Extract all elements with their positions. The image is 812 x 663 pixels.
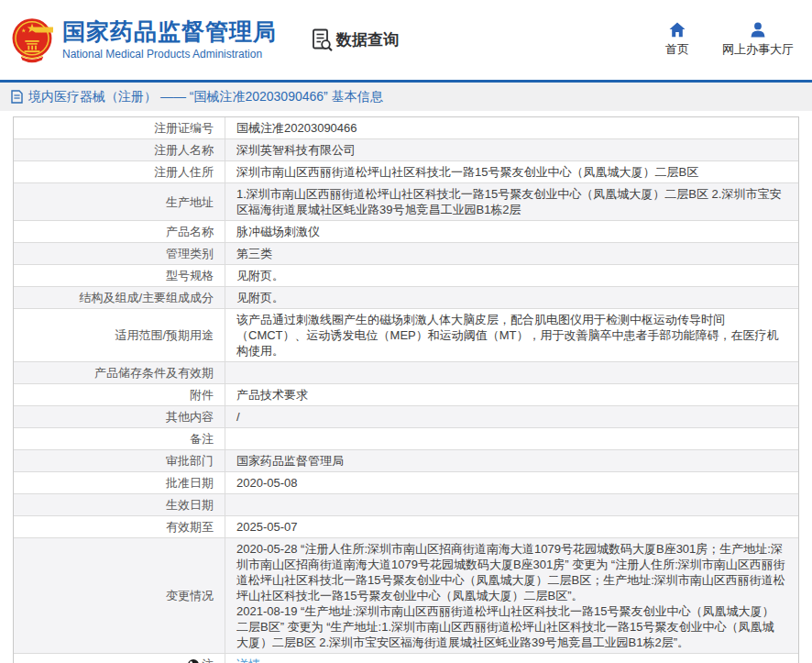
row-label-text: 生产地址	[166, 194, 214, 210]
table-row: 产品储存条件及有效期	[14, 361, 798, 383]
home-icon	[669, 22, 686, 38]
row-value	[225, 362, 798, 383]
row-value: 见附页。	[225, 287, 798, 308]
row-value: 深圳市南山区西丽街道松坪山社区科技北一路15号聚友创业中心（凤凰城大厦）二层B区	[225, 161, 798, 182]
data-query-label: 数据查询	[336, 29, 399, 50]
table-row: 有效期至2025-05-07	[14, 515, 798, 537]
nmpa-emblem-logo[interactable]	[11, 17, 53, 64]
nav-home-label: 首页	[665, 41, 689, 58]
person-icon	[750, 22, 766, 38]
row-value: 第三类	[225, 243, 798, 264]
row-value: 详情	[225, 654, 798, 663]
row-label-text: 附件	[190, 387, 214, 403]
row-value: 该产品通过刺激线圈产生的磁场刺激人体大脑皮层，配合肌电图仪用于检测中枢运动传导时…	[225, 309, 798, 361]
row-label-text: 批准日期	[166, 475, 214, 491]
row-label-text: 注册证编号	[154, 120, 214, 136]
row-value: 1.深圳市南山区西丽街道松坪山社区科技北一路15号聚友创业中心（凤凰城大厦）二层…	[225, 183, 798, 220]
row-label-text: 管理类别	[166, 246, 214, 261]
row-label-text: 产品储存条件及有效期	[94, 365, 214, 381]
row-label: 注册证编号	[14, 117, 225, 138]
breadcrumb: 境内医疗器械（注册） —— “国械注准20203090466” 基本信息	[11, 89, 383, 105]
row-label-text: 产品名称	[166, 224, 214, 239]
brand-block: 国家药品监督管理局 National Medical Products Admi…	[62, 19, 277, 61]
note-dot-icon	[188, 659, 199, 663]
row-label-text: 适用范围/预期用途	[115, 327, 214, 343]
breadcrumb-text: 境内医疗器械（注册） —— “国械注准20203090466” 基本信息	[28, 89, 383, 105]
row-value-paragraph: 2021-08-19 “生产地址:深圳市南山区西丽街道松坪山社区科技北一路15号…	[236, 603, 785, 650]
table-row: 管理类别第三类	[14, 242, 798, 264]
row-label-text: 备注	[190, 431, 214, 447]
row-value: 2020-05-08	[225, 472, 798, 493]
row-label: 附件	[14, 384, 225, 405]
document-search-icon	[312, 28, 334, 52]
table-row: 注册证编号国械注准20203090466	[14, 117, 798, 138]
detail-link[interactable]: 详情	[236, 657, 785, 663]
row-label: 管理类别	[14, 243, 225, 264]
header-nav: 首页 网上办事大厅	[665, 22, 799, 58]
row-label-text: 注册人名称	[154, 142, 214, 158]
row-label: 产品名称	[14, 221, 225, 242]
nav-item-home[interactable]: 首页	[665, 22, 689, 58]
table-row: 注册人住所深圳市南山区西丽街道松坪山社区科技北一路15号聚友创业中心（凤凰城大厦…	[14, 160, 798, 182]
row-label: 审批部门	[14, 450, 225, 471]
table-row: 注详情	[14, 653, 798, 663]
row-label-text: 注	[202, 657, 214, 663]
table-row: 产品名称脉冲磁场刺激仪	[14, 220, 798, 242]
row-value: 国械注准20203090466	[225, 117, 798, 138]
row-value: 2025-05-07	[225, 516, 798, 537]
row-label-text: 生效日期	[166, 497, 214, 513]
row-value: 产品技术要求	[225, 384, 798, 405]
table-row: 生产地址1.深圳市南山区西丽街道松坪山社区科技北一路15号聚友创业中心（凤凰城大…	[14, 182, 798, 220]
document-icon	[11, 90, 23, 104]
row-value	[225, 494, 798, 515]
table-row: 结构及组成/主要组成成分见附页。	[14, 286, 798, 308]
row-value: 2020-05-28 “注册人住所:深圳市南山区招商街道南海大道1079号花园城…	[225, 538, 798, 653]
row-label: 批准日期	[14, 472, 225, 493]
nav-hall-label: 网上办事大厅	[722, 41, 794, 58]
row-label-text: 其他内容	[166, 409, 214, 425]
row-value: 深圳英智科技有限公司	[225, 139, 798, 160]
row-label: 其他内容	[14, 406, 225, 427]
row-label-text: 变更情况	[166, 588, 214, 603]
site-title: 国家药品监督管理局	[62, 19, 277, 45]
info-table: 注册证编号国械注准20203090466注册人名称深圳英智科技有限公司注册人住所…	[13, 116, 799, 663]
row-label: 备注	[14, 428, 225, 449]
data-query-nav[interactable]: 数据查询	[312, 28, 399, 52]
table-row: 备注	[14, 427, 798, 449]
row-label-text: 结构及组成/主要组成成分	[79, 290, 214, 305]
row-label: 生产地址	[14, 183, 225, 220]
row-label: 注册人名称	[14, 139, 225, 160]
row-label: 结构及组成/主要组成成分	[14, 287, 225, 308]
table-row: 批准日期2020-05-08	[14, 471, 798, 493]
row-value-paragraph: 2020-05-28 “注册人住所:深圳市南山区招商街道南海大道1079号花园城…	[236, 541, 785, 603]
row-label: 注册人住所	[14, 161, 225, 182]
row-value: 见附页。	[225, 265, 798, 286]
table-row: 变更情况2020-05-28 “注册人住所:深圳市南山区招商街道南海大道1079…	[14, 537, 798, 653]
row-label-text: 型号规格	[166, 268, 214, 283]
table-row: 注册人名称深圳英智科技有限公司	[14, 138, 798, 160]
row-value: 国家药品监督管理局	[225, 450, 798, 471]
table-row: 适用范围/预期用途该产品通过刺激线圈产生的磁场刺激人体大脑皮层，配合肌电图仪用于…	[14, 308, 798, 361]
row-label-text: 有效期至	[166, 519, 214, 535]
table-row: 生效日期	[14, 493, 798, 515]
table-row: 附件产品技术要求	[14, 383, 798, 405]
row-label: 型号规格	[14, 265, 225, 286]
nav-item-service-hall[interactable]: 网上办事大厅	[722, 22, 794, 58]
row-label: 产品储存条件及有效期	[14, 362, 225, 383]
row-label: 生效日期	[14, 494, 225, 515]
row-value	[225, 428, 798, 449]
row-label: 有效期至	[14, 516, 225, 537]
row-label-text: 注册人住所	[154, 164, 214, 180]
row-label-text: 审批部门	[166, 453, 214, 469]
breadcrumb-bar: 境内医疗器械（注册） —— “国械注准20203090466” 基本信息	[0, 83, 812, 111]
row-value: 脉冲磁场刺激仪	[225, 221, 798, 242]
row-value: /	[225, 406, 798, 427]
site-subtitle: National Medical Products Administration	[62, 48, 277, 61]
page-header: 国家药品监督管理局 National Medical Products Admi…	[0, 0, 812, 80]
table-row: 其他内容/	[14, 405, 798, 427]
table-row: 型号规格见附页。	[14, 264, 798, 286]
row-label: 注	[14, 654, 225, 663]
table-row: 审批部门国家药品监督管理局	[14, 449, 798, 471]
row-label: 变更情况	[14, 538, 225, 653]
row-label: 适用范围/预期用途	[14, 309, 225, 361]
